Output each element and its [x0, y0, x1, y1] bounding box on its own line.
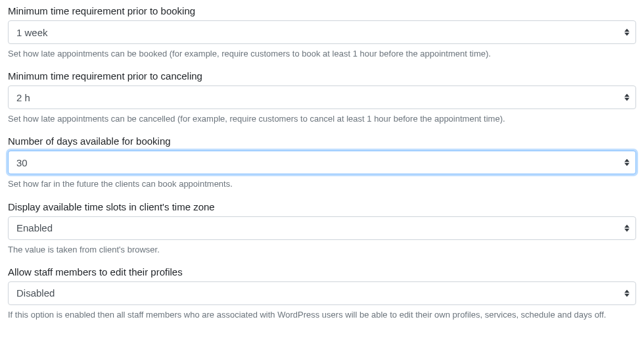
label-min-time-booking: Minimum time requirement prior to bookin… [8, 5, 636, 16]
field-min-time-cancel: Minimum time requirement prior to cancel… [8, 70, 636, 125]
help-days-available: Set how far in the future the clients ca… [8, 178, 636, 190]
select-client-timezone[interactable]: Enabled [8, 216, 636, 240]
field-min-time-booking: Minimum time requirement prior to bookin… [8, 5, 636, 60]
select-wrap-days-available: 30 [8, 151, 636, 174]
help-min-time-cancel: Set how late appointments can be cancell… [8, 113, 636, 125]
field-client-timezone: Display available time slots in client's… [8, 201, 636, 256]
select-staff-edit-profiles[interactable]: Disabled [8, 281, 636, 305]
select-wrap-client-timezone: Enabled [8, 216, 636, 240]
field-staff-edit-profiles: Allow staff members to edit their profil… [8, 266, 636, 321]
select-wrap-min-time-cancel: 2 h [8, 85, 636, 109]
label-client-timezone: Display available time slots in client's… [8, 201, 636, 212]
label-min-time-cancel: Minimum time requirement prior to cancel… [8, 70, 636, 82]
field-days-available: Number of days available for booking 30 … [8, 135, 636, 190]
settings-form: Minimum time requirement prior to bookin… [0, 0, 644, 334]
help-client-timezone: The value is taken from client's browser… [8, 244, 636, 256]
label-staff-edit-profiles: Allow staff members to edit their profil… [8, 266, 636, 278]
help-min-time-booking: Set how late appointments can be booked … [8, 48, 636, 60]
select-min-time-cancel[interactable]: 2 h [8, 85, 636, 109]
select-days-available[interactable]: 30 [8, 151, 636, 174]
select-wrap-min-time-booking: 1 week [8, 20, 636, 44]
label-days-available: Number of days available for booking [8, 135, 636, 147]
select-wrap-staff-edit-profiles: Disabled [8, 281, 636, 305]
select-min-time-booking[interactable]: 1 week [8, 20, 636, 44]
help-staff-edit-profiles: If this option is enabled then all staff… [8, 309, 636, 321]
